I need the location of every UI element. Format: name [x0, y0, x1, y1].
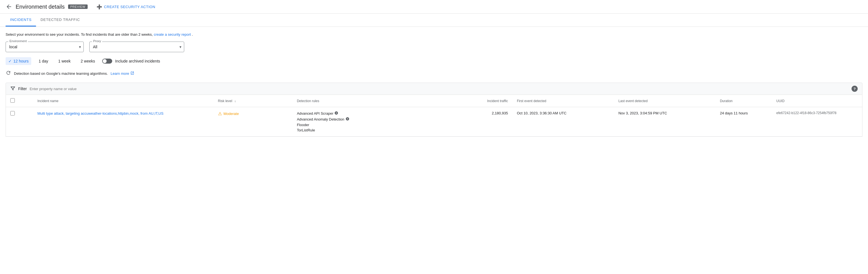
last-event-cell: Nov 3, 2023, 3:04:59 PM UTC	[614, 107, 716, 136]
time-filter-12h[interactable]: ✓ 12 hours	[6, 57, 31, 65]
environment-select[interactable]: local production staging	[6, 41, 84, 52]
column-header-detection: Detection rules	[292, 95, 439, 107]
traffic-value: 2,180,935	[492, 111, 508, 115]
incident-name-cell: Multi type attack, targeting accuweather…	[33, 107, 214, 136]
first-event-value: Oct 10, 2023, 3:36:30 AM UTC	[517, 111, 566, 115]
proxy-label: Proxy	[92, 39, 102, 43]
environment-label: Environment	[8, 39, 28, 43]
rule-1-label: Advanced API Scraper	[297, 111, 334, 116]
column-header-risk[interactable]: Risk level ↓	[214, 95, 292, 107]
filter-input[interactable]	[30, 87, 97, 91]
detection-rule-4: TorListRule	[297, 128, 435, 132]
column-header-duration: Duration	[715, 95, 772, 107]
time-2w-label: 2 weeks	[81, 59, 95, 63]
detection-rule-3: Flooder	[297, 123, 435, 127]
warning-icon: ⚠	[218, 111, 222, 116]
filter-icon	[10, 86, 16, 92]
create-action-label: CREATE SECURITY ACTION	[104, 5, 155, 9]
tab-detected-traffic[interactable]: DETECTED TRAFFIC	[36, 14, 84, 27]
row-checkbox[interactable]	[10, 111, 15, 116]
column-header-traffic: Incident traffic	[439, 95, 513, 107]
traffic-cell: 2,180,935	[439, 107, 513, 136]
preview-badge: PREVIEW	[68, 4, 88, 9]
duration-cell: 24 days 11 hours	[715, 107, 772, 136]
time-filter-1d[interactable]: 1 day	[36, 57, 51, 65]
info-main-text: Select your environment to see your inci…	[6, 32, 153, 36]
detection-rules-cell: Advanced API Scraper Advanced Anomaly De…	[292, 107, 439, 136]
page-title: Environment details	[16, 4, 65, 10]
filter-bar: Filter ?	[6, 83, 862, 95]
column-header-first: First event detected	[513, 95, 614, 107]
duration-value: 24 days 11 hours	[720, 111, 748, 115]
incident-link[interactable]: Multi type attack, targeting accuweather…	[37, 111, 163, 116]
column-header-uuid: UUID	[772, 95, 862, 107]
time-1w-label: 1 week	[58, 59, 71, 63]
incidents-table: Incident name Risk level ↓ Detection rul…	[6, 95, 862, 136]
back-button[interactable]	[6, 3, 12, 10]
external-link-icon	[130, 71, 134, 76]
learn-more-label: Learn more	[111, 71, 129, 75]
column-header-checkbox	[6, 95, 33, 107]
row-checkbox-cell	[6, 107, 33, 136]
page-header: Environment details PREVIEW ➕ CREATE SEC…	[0, 0, 868, 14]
detection-rules-list: Advanced API Scraper Advanced Anomaly De…	[297, 111, 435, 132]
info-text: Select your environment to see your inci…	[6, 32, 862, 36]
environment-dropdown-group: Environment local production staging ▾	[6, 41, 84, 52]
proxy-select[interactable]: All Proxy1 Proxy2	[89, 41, 184, 52]
archive-toggle-container: Include archived incidents	[102, 59, 160, 64]
ml-detection-row: Detection based on Google's machine lear…	[6, 70, 862, 77]
create-security-report-link[interactable]: create a security report	[154, 32, 191, 36]
dropdowns-row: Environment local production staging ▾ P…	[6, 41, 862, 52]
column-header-last: Last event detected	[614, 95, 716, 107]
filter-label: Filter	[18, 87, 27, 91]
column-header-incident: Incident name	[33, 95, 214, 107]
check-icon: ✓	[8, 59, 12, 63]
table-header-row: Incident name Risk level ↓ Detection rul…	[6, 95, 862, 107]
time-1d-label: 1 day	[38, 59, 48, 63]
table-row: Multi type attack, targeting accuweather…	[6, 107, 862, 136]
refresh-icon	[6, 70, 11, 77]
help-icon[interactable]: ?	[851, 86, 858, 92]
filter-left: Filter	[10, 86, 97, 92]
last-event-value: Nov 3, 2023, 3:04:59 PM UTC	[619, 111, 667, 115]
plus-icon: ➕	[97, 4, 102, 9]
content-area: Select your environment to see your inci…	[0, 27, 868, 142]
proxy-dropdown-group: Proxy All Proxy1 Proxy2 ▾	[89, 41, 184, 52]
rule-2-icon	[345, 117, 349, 122]
info-suffix: .	[192, 32, 193, 36]
archive-toggle[interactable]	[102, 59, 112, 64]
ml-text: Detection based on Google's machine lear…	[14, 71, 108, 75]
learn-more-link[interactable]: Learn more	[111, 71, 134, 76]
detection-rule-2: Advanced Anomaly Detection	[297, 117, 435, 122]
select-all-checkbox[interactable]	[10, 98, 15, 103]
time-filter-2w[interactable]: 2 weeks	[78, 57, 98, 65]
create-security-action-button[interactable]: ➕ CREATE SECURITY ACTION	[97, 4, 155, 9]
risk-label: Moderate	[223, 112, 239, 116]
first-event-cell: Oct 10, 2023, 3:36:30 AM UTC	[513, 107, 614, 136]
rule-3-label: Flooder	[297, 123, 309, 127]
risk-moderate-badge: ⚠ Moderate	[218, 111, 288, 116]
rule-4-label: TorListRule	[297, 128, 315, 132]
table-wrapper: Incident name Risk level ↓ Detection rul…	[6, 95, 862, 137]
risk-level-cell: ⚠ Moderate	[214, 107, 292, 136]
time-filter-1w[interactable]: 1 week	[56, 57, 73, 65]
rule-1-icon	[334, 111, 338, 116]
tabs-container: INCIDENTS DETECTED TRAFFIC	[0, 14, 868, 27]
archive-toggle-label: Include archived incidents	[115, 59, 160, 63]
uuid-value: efe67242-b122-4f18-86c3-7254fb750f78	[776, 111, 837, 115]
tab-incidents[interactable]: INCIDENTS	[6, 14, 36, 27]
time-12h-label: 12 hours	[13, 59, 28, 63]
toggle-knob	[103, 59, 106, 63]
rule-2-label: Advanced Anomaly Detection	[297, 117, 344, 121]
time-filter-row: ✓ 12 hours 1 day 1 week 2 weeks Include …	[6, 57, 862, 65]
sort-icon: ↓	[234, 99, 236, 103]
uuid-cell: efe67242-b122-4f18-86c3-7254fb750f78	[772, 107, 862, 136]
detection-rule-1: Advanced API Scraper	[297, 111, 435, 116]
